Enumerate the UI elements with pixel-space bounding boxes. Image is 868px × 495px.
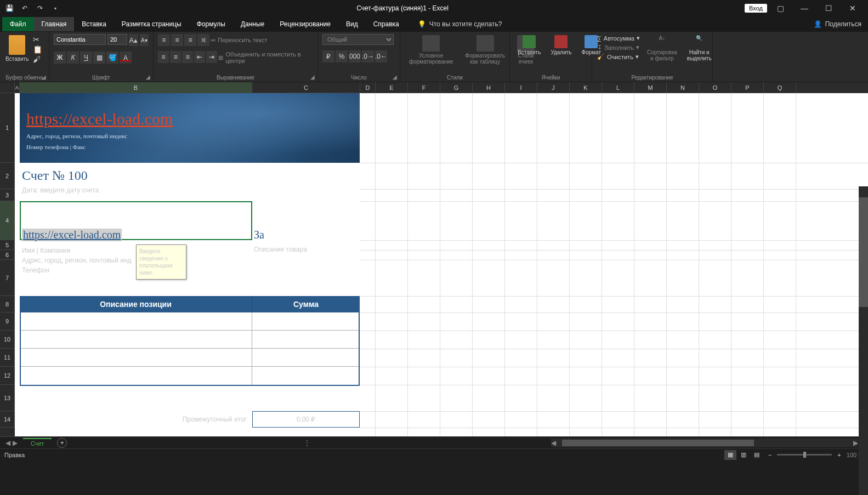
zoom-slider[interactable] — [777, 454, 832, 456]
cell-c5[interactable]: Описание товара — [254, 246, 307, 253]
row-header-9[interactable]: 9 — [0, 312, 15, 331]
align-center-icon[interactable]: ≡ — [170, 51, 181, 63]
tab-home[interactable]: Главная — [34, 17, 75, 31]
align-top-icon[interactable]: ≡ — [158, 34, 170, 46]
col-header-e[interactable]: E — [376, 82, 408, 93]
clipboard-dialog-launcher[interactable]: ◢ — [40, 73, 48, 81]
row-header-3[interactable]: 3 — [0, 189, 15, 201]
cell-c4[interactable]: За — [254, 229, 264, 241]
col-header-j[interactable]: J — [537, 82, 570, 93]
tab-view[interactable]: Вид — [338, 17, 366, 31]
th-amount[interactable]: Сумма — [252, 296, 360, 312]
merge-center-button[interactable]: ⊞ Объединить и поместить в центре — [218, 51, 313, 64]
tab-file[interactable]: Файл — [2, 17, 34, 31]
banner-title-link[interactable]: https://excel-load.com — [26, 110, 353, 128]
row-header-5[interactable]: 5 — [0, 240, 15, 250]
insert-cells-button[interactable]: Вставить — [514, 34, 544, 79]
col-header-h[interactable]: H — [473, 82, 505, 93]
format-as-table-button[interactable]: Форматировать как таблицу — [461, 34, 509, 79]
col-header-b[interactable]: B — [20, 82, 252, 93]
sheet-nav-prev-icon[interactable]: ◀ — [5, 439, 10, 447]
col-header-k[interactable]: K — [570, 82, 602, 93]
sheet-menu-icon[interactable]: ⋮ — [304, 439, 310, 447]
cut-icon[interactable]: ✂ — [33, 35, 42, 44]
tab-help[interactable]: Справка — [366, 17, 407, 31]
cell-b7[interactable]: Телефон — [22, 265, 132, 275]
decrease-font-icon[interactable]: A▾ — [140, 34, 149, 46]
align-left-icon[interactable]: ≡ — [158, 51, 169, 63]
italic-button[interactable]: К — [67, 52, 79, 64]
invoice-date[interactable]: Дата: введите дату счета — [20, 185, 360, 195]
tab-review[interactable]: Рецензирование — [272, 17, 338, 31]
col-header-f[interactable]: F — [408, 82, 440, 93]
qat-dropdown-icon[interactable]: ▾ — [50, 3, 60, 13]
number-format-select[interactable]: Общий — [322, 34, 394, 45]
row-header-4[interactable]: 4 — [0, 201, 15, 240]
font-name-select[interactable] — [54, 34, 106, 45]
row-header-1[interactable]: 1 — [0, 93, 15, 163]
bold-button[interactable]: Ж — [54, 52, 66, 64]
copy-icon[interactable]: 📋 — [33, 45, 42, 54]
cell-b5[interactable]: Имя | Компания — [22, 246, 132, 255]
ribbon-display-icon[interactable]: ▢ — [769, 1, 791, 16]
row-header-13[interactable]: 13 — [0, 385, 15, 411]
wrap-text-button[interactable]: ⥨ Переносить текст — [211, 34, 267, 46]
decrease-indent-icon[interactable]: ⇤ — [194, 51, 205, 63]
font-dialog-launcher[interactable]: ◢ — [144, 73, 152, 81]
col-header-i[interactable]: I — [505, 82, 537, 93]
cell-b4[interactable]: https://excel-load.com — [22, 229, 122, 241]
decrease-decimal-icon[interactable]: .0← — [375, 50, 387, 62]
col-header-a[interactable]: A — [15, 82, 20, 93]
fill-button[interactable]: ↧Заполнить ▾ — [597, 43, 640, 52]
th-description[interactable]: Описание позиции — [20, 296, 252, 312]
borders-icon[interactable]: ▦ — [93, 52, 105, 64]
row-header-6[interactable]: 6 — [0, 250, 15, 260]
delete-cells-button[interactable]: Удалить — [547, 34, 575, 79]
col-header-g[interactable]: G — [440, 82, 473, 93]
sheet-nav-next-icon[interactable]: ▶ — [13, 439, 18, 447]
tab-formulas[interactable]: Формулы — [189, 17, 233, 31]
col-header-m[interactable]: M — [634, 82, 667, 93]
accounting-format-icon[interactable]: ₽ — [322, 50, 334, 62]
paste-button[interactable]: Вставить — [4, 34, 30, 79]
conditional-formatting-button[interactable]: Условное форматирование — [405, 34, 457, 79]
number-dialog-launcher[interactable]: ◢ — [391, 73, 399, 81]
find-select-button[interactable]: 🔍Найти и выделить — [684, 34, 715, 79]
spreadsheet-grid[interactable]: https://excel-load.com Адрес, город, рег… — [15, 93, 868, 436]
page-layout-view-icon[interactable]: ▥ — [737, 450, 750, 460]
tab-data[interactable]: Данные — [233, 17, 272, 31]
align-right-icon[interactable]: ≡ — [182, 51, 193, 63]
col-header-n[interactable]: N — [667, 82, 699, 93]
font-color-icon[interactable]: A — [120, 52, 132, 64]
maximize-icon[interactable]: ☐ — [818, 1, 839, 16]
table-row[interactable] — [21, 349, 359, 367]
col-header-q[interactable]: Q — [764, 82, 796, 93]
close-icon[interactable]: ✕ — [842, 1, 864, 16]
tell-me-search[interactable]: 💡 Что вы хотите сделать? — [418, 20, 502, 28]
login-button[interactable]: Вход — [745, 4, 767, 13]
percent-format-icon[interactable]: % — [336, 50, 348, 62]
horizontal-scrollbar[interactable]: ◀ ▶ — [551, 439, 858, 447]
font-size-select[interactable] — [107, 34, 127, 45]
normal-view-icon[interactable]: ▦ — [724, 450, 736, 460]
col-header-c[interactable]: C — [252, 82, 360, 93]
redo-icon[interactable]: ↷ — [35, 3, 45, 13]
underline-button[interactable]: Ч — [80, 52, 92, 64]
table-row[interactable] — [21, 312, 359, 331]
sort-filter-button[interactable]: A↓Сортировка и фильтр — [644, 34, 680, 79]
share-button[interactable]: 👤 Поделиться — [814, 20, 861, 28]
increase-indent-icon[interactable]: ⇥ — [206, 51, 217, 63]
undo-icon[interactable]: ↶ — [20, 3, 30, 13]
fill-color-icon[interactable]: 🪣 — [106, 52, 118, 64]
table-row[interactable] — [21, 367, 359, 385]
increase-decimal-icon[interactable]: .0→ — [362, 50, 374, 62]
cell-b6[interactable]: Адрес, город, регион, почтовый инд — [22, 255, 132, 265]
row-header-8[interactable]: 8 — [0, 296, 15, 312]
alignment-dialog-launcher[interactable]: ◢ — [309, 73, 316, 81]
page-break-view-icon[interactable]: ▤ — [751, 450, 763, 460]
row-header-10[interactable]: 10 — [0, 331, 15, 349]
select-all-corner[interactable] — [0, 82, 15, 93]
autosum-button[interactable]: ∑Автосумма ▾ — [597, 34, 640, 42]
col-header-l[interactable]: L — [602, 82, 634, 93]
clear-button[interactable]: 🧹Очистить ▾ — [597, 53, 640, 61]
